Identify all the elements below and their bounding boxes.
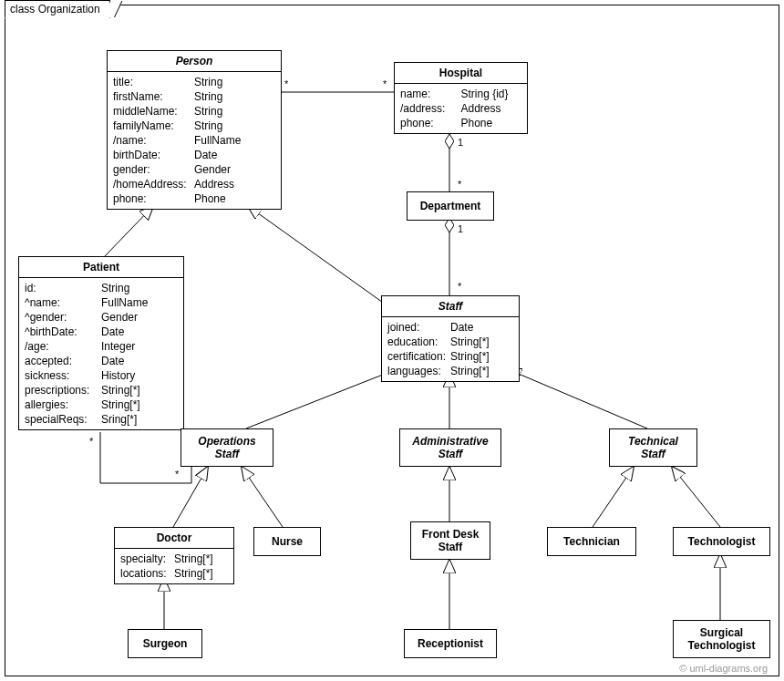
class-nurse: Nurse <box>253 527 321 556</box>
mult: * <box>458 179 461 190</box>
attr-names: title:firstName:middleName:familyName:/n… <box>113 75 194 206</box>
class-name: Patient <box>19 257 183 277</box>
class-surgeon: Surgeon <box>128 629 202 658</box>
class-name: Hospital <box>395 63 527 83</box>
class-patient: Patient id:^name:^gender:^birthDate:/age… <box>18 256 184 430</box>
mult: * <box>89 436 93 447</box>
attrs: name:/address:phone: String {id}AddressP… <box>395 83 527 133</box>
class-ops-staff: OperationsStaff <box>181 428 273 467</box>
mult: * <box>458 281 461 292</box>
class-receptionist: Receptionist <box>404 629 497 658</box>
class-technician: Technician <box>547 527 636 556</box>
mult: * <box>175 469 179 480</box>
mult: 1 <box>458 223 463 234</box>
diagram-frame: class Organization <box>0 0 784 681</box>
class-doctor: Doctor specialty:locations:String[*]Stri… <box>114 527 234 584</box>
class-staff: Staff joined:education:certification:lan… <box>381 295 520 382</box>
class-person: Person title:firstName:middleName:family… <box>107 50 282 210</box>
watermark: © uml-diagrams.org <box>679 663 768 674</box>
class-name: Person <box>108 51 281 71</box>
class-department: Department <box>407 191 494 221</box>
package-label: class Organization <box>10 3 100 15</box>
class-tech-staff: TechnicalStaff <box>609 428 697 467</box>
attrs: title:firstName:middleName:familyName:/n… <box>108 71 281 209</box>
class-name: Staff <box>382 296 519 316</box>
class-surg-tech: SurgicalTechnologist <box>673 620 770 658</box>
mult: * <box>383 78 387 89</box>
class-technologist: Technologist <box>673 527 770 556</box>
class-admin-staff: AdministrativeStaff <box>399 428 501 467</box>
mult: * <box>284 78 288 89</box>
class-front-desk: Front DeskStaff <box>410 521 490 560</box>
class-hospital: Hospital name:/address:phone: String {id… <box>394 62 528 134</box>
mult: 1 <box>458 137 463 148</box>
package-tab: class Organization <box>5 0 110 18</box>
attr-types: StringStringStringStringFullNameDateGend… <box>194 75 275 206</box>
